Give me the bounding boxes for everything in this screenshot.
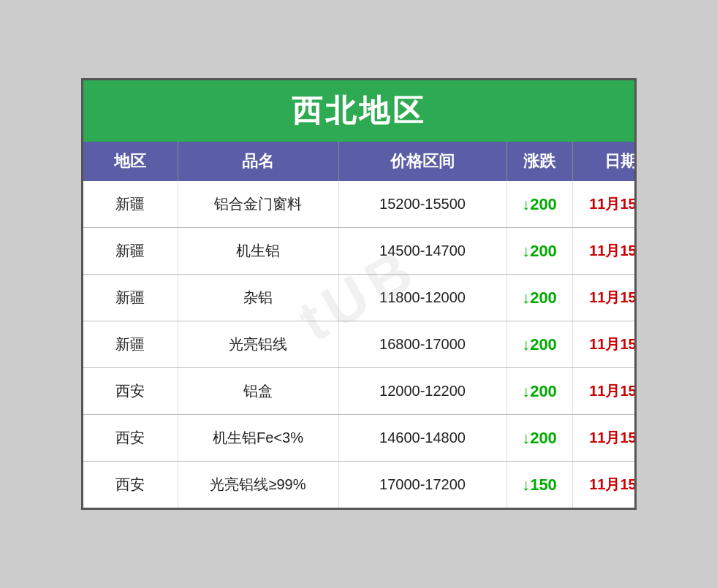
- cell-price: 12000-12200: [339, 368, 507, 414]
- cell-change: ↓200: [507, 275, 573, 321]
- cell-date: 11月15日: [573, 321, 637, 367]
- table-row: 新疆 光亮铝线 16800-17000 ↓200 11月15日: [83, 321, 634, 368]
- table-header: 地区 品名 价格区间 涨跌 日期: [83, 142, 634, 181]
- cell-date: 11月15日: [573, 228, 637, 274]
- cell-product: 光亮铝线≥99%: [178, 462, 339, 508]
- cell-region: 新疆: [83, 181, 178, 227]
- main-table: 西北地区 地区 品名 价格区间 涨跌 日期 新疆 铝合金门窗料 15200-15…: [81, 78, 637, 510]
- header-price: 价格区间: [339, 142, 507, 181]
- cell-price: 17000-17200: [339, 462, 507, 508]
- cell-product: 机生铝Fe<3%: [178, 415, 339, 461]
- table-row: 西安 机生铝Fe<3% 14600-14800 ↓200 11月15日: [83, 415, 634, 462]
- cell-region: 新疆: [83, 321, 178, 367]
- cell-product: 光亮铝线: [178, 321, 339, 367]
- cell-date: 11月15日: [573, 181, 637, 227]
- cell-product: 铝盒: [178, 368, 339, 414]
- cell-date: 11月15日: [573, 462, 637, 508]
- cell-change: ↓200: [507, 181, 573, 227]
- cell-date: 11月15日: [573, 275, 637, 321]
- table-body: 新疆 铝合金门窗料 15200-15500 ↓200 11月15日 新疆 机生铝…: [83, 181, 634, 508]
- cell-price: 11800-12000: [339, 275, 507, 321]
- cell-price: 16800-17000: [339, 321, 507, 367]
- table-row: 西安 铝盒 12000-12200 ↓200 11月15日: [83, 368, 634, 415]
- cell-date: 11月15日: [573, 415, 637, 461]
- cell-product: 机生铝: [178, 228, 339, 274]
- cell-change: ↓200: [507, 228, 573, 274]
- header-region: 地区: [83, 142, 178, 181]
- cell-region: 新疆: [83, 275, 178, 321]
- cell-change: ↓200: [507, 415, 573, 461]
- table-row: 西安 光亮铝线≥99% 17000-17200 ↓150 11月15日: [83, 462, 634, 508]
- header-date: 日期: [573, 142, 637, 181]
- cell-change: ↓150: [507, 462, 573, 508]
- table-row: 新疆 杂铝 11800-12000 ↓200 11月15日: [83, 275, 634, 321]
- cell-region: 西安: [83, 368, 178, 414]
- header-change: 涨跌: [507, 142, 573, 181]
- cell-region: 西安: [83, 415, 178, 461]
- cell-change: ↓200: [507, 321, 573, 367]
- cell-price: 14600-14800: [339, 415, 507, 461]
- cell-price: 15200-15500: [339, 181, 507, 227]
- table-row: 新疆 机生铝 14500-14700 ↓200 11月15日: [83, 228, 634, 275]
- cell-date: 11月15日: [573, 368, 637, 414]
- title-row: 西北地区: [83, 80, 634, 142]
- header-product: 品名: [178, 142, 339, 181]
- page-title: 西北地区: [292, 93, 426, 128]
- cell-product: 铝合金门窗料: [178, 181, 339, 227]
- cell-change: ↓200: [507, 368, 573, 414]
- cell-price: 14500-14700: [339, 228, 507, 274]
- cell-region: 西安: [83, 462, 178, 508]
- cell-region: 新疆: [83, 228, 178, 274]
- cell-product: 杂铝: [178, 275, 339, 321]
- table-row: 新疆 铝合金门窗料 15200-15500 ↓200 11月15日: [83, 181, 634, 228]
